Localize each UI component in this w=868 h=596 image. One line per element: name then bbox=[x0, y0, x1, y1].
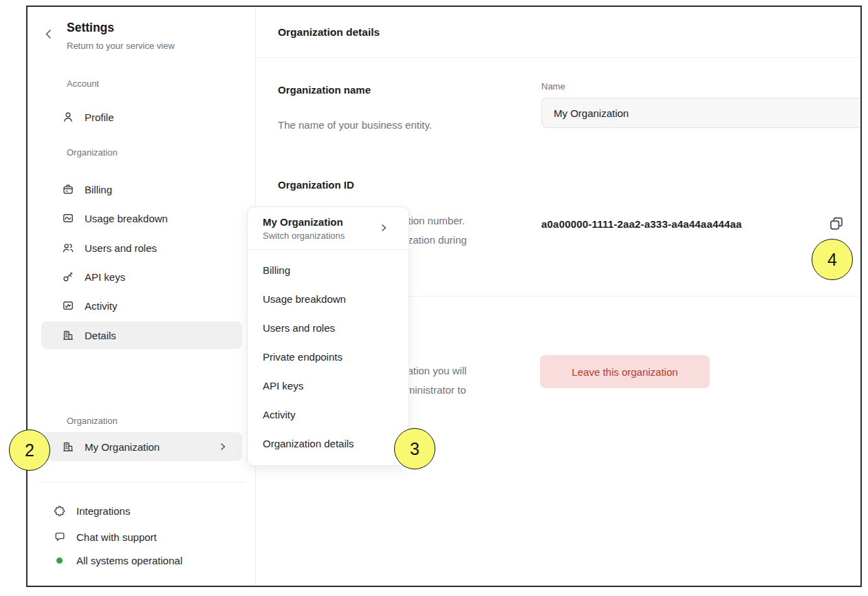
sidebar-item-users-and-roles[interactable]: Users and roles bbox=[41, 234, 242, 262]
menu-item-users-and-roles[interactable]: Users and roles bbox=[248, 314, 409, 343]
dropdown-header-my-organization[interactable]: My Organization Switch organizations bbox=[248, 207, 409, 249]
sidebar-item-label: Details bbox=[85, 330, 116, 341]
sidebar-item-profile[interactable]: Profile bbox=[41, 103, 242, 131]
page-title: Organization details bbox=[278, 26, 380, 39]
dropdown-title: My Organization bbox=[263, 216, 395, 228]
copy-button[interactable] bbox=[828, 215, 845, 232]
activity-icon bbox=[62, 299, 74, 312]
sidebar-item-system-status[interactable]: All systems operational bbox=[39, 548, 245, 573]
key-icon bbox=[62, 270, 74, 283]
sidebar-subtitle: Return to your service view bbox=[67, 41, 175, 51]
sidebar-item-label: Chat with support bbox=[76, 531, 157, 543]
sidebar-item-label: Billing bbox=[85, 184, 112, 195]
sidebar-item-activity[interactable]: Activity bbox=[41, 292, 242, 319]
chat-bubble-icon bbox=[54, 531, 66, 543]
sidebar-item-billing[interactable]: Billing bbox=[41, 175, 242, 203]
back-button[interactable] bbox=[43, 28, 55, 40]
sidebar-item-usage-breakdown[interactable]: Usage breakdown bbox=[41, 204, 242, 232]
name-field-label: Name bbox=[541, 81, 565, 92]
sidebar-item-label: Users and roles bbox=[85, 242, 157, 254]
sidebar-item-details[interactable]: Details bbox=[41, 321, 242, 349]
status-label: All systems operational bbox=[76, 555, 182, 566]
organization-name-input[interactable] bbox=[541, 98, 860, 128]
sidebar-item-my-organization[interactable]: My Organization bbox=[41, 432, 242, 461]
menu-item-private-endpoints[interactable]: Private endpoints bbox=[248, 343, 409, 372]
dropdown-list: Billing Usage breakdown Users and roles … bbox=[248, 250, 409, 465]
building-icon bbox=[62, 329, 74, 341]
org-name-description: The name of your business entity. bbox=[278, 116, 432, 135]
organization-dropdown-menu: My Organization Switch organizations Bil… bbox=[247, 206, 409, 466]
org-name-heading: Organization name bbox=[278, 84, 371, 96]
chevron-left-icon bbox=[43, 28, 55, 40]
sidebar-item-api-keys[interactable]: API keys bbox=[41, 263, 242, 290]
organization-id-value: a0a00000-1111-2aa2-a333-a4a44aa444aa bbox=[541, 218, 742, 230]
puzzle-icon bbox=[54, 504, 66, 517]
menu-item-api-keys[interactable]: API keys bbox=[248, 372, 409, 401]
person-icon bbox=[62, 111, 74, 123]
leave-organization-button[interactable]: Leave this organization bbox=[540, 355, 710, 388]
menu-item-usage-breakdown[interactable]: Usage breakdown bbox=[248, 285, 409, 314]
usage-chart-icon bbox=[62, 212, 74, 224]
section-label-org-switcher: Organization bbox=[67, 416, 118, 426]
sidebar-divider bbox=[39, 482, 245, 482]
sidebar-item-label: Activity bbox=[85, 300, 118, 312]
users-icon bbox=[62, 242, 74, 254]
sidebar-item-label: Integrations bbox=[76, 505, 130, 517]
app-window: Settings Return to your service view Acc… bbox=[26, 6, 862, 587]
dropdown-subtitle: Switch organizations bbox=[263, 231, 395, 241]
status-green-dot-icon bbox=[56, 557, 63, 564]
sidebar-title: Settings bbox=[67, 21, 114, 35]
sidebar-item-label: API keys bbox=[85, 271, 125, 283]
settings-sidebar: Settings Return to your service view Acc… bbox=[28, 7, 256, 586]
building-icon bbox=[62, 440, 74, 453]
sidebar-item-integrations[interactable]: Integrations bbox=[39, 498, 245, 523]
sidebar-item-chat-support[interactable]: Chat with support bbox=[39, 524, 245, 549]
billing-icon bbox=[62, 183, 74, 195]
copy-icon bbox=[828, 215, 845, 232]
menu-item-activity[interactable]: Activity bbox=[248, 401, 409, 429]
annotation-circle-2: 2 bbox=[9, 429, 50, 471]
section-label-account: Account bbox=[67, 78, 99, 89]
org-id-heading: Organization ID bbox=[278, 179, 354, 191]
menu-item-billing[interactable]: Billing bbox=[248, 256, 409, 285]
sidebar-item-label: My Organization bbox=[85, 441, 160, 453]
annotation-circle-3: 3 bbox=[394, 428, 435, 469]
sidebar-item-label: Usage breakdown bbox=[85, 213, 168, 224]
section-label-organization: Organization bbox=[67, 147, 118, 158]
annotation-circle-4: 4 bbox=[812, 239, 853, 280]
menu-item-organization-details[interactable]: Organization details bbox=[248, 429, 409, 458]
header-divider bbox=[256, 57, 860, 58]
sidebar-item-label: Profile bbox=[85, 111, 114, 123]
chevron-right-icon bbox=[380, 224, 388, 232]
chevron-right-icon bbox=[219, 443, 227, 451]
